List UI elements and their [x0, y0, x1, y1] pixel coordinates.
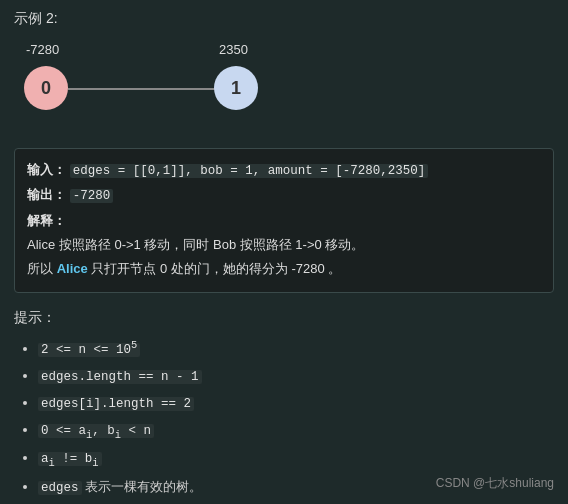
graph-edge	[68, 88, 220, 90]
list-item: 1 <= bob < n	[38, 501, 554, 504]
graph-area: -7280 2350 0 1	[14, 38, 554, 138]
page-container: 示例 2: -7280 2350 0 1 输入： edges = [[0,1]]…	[0, 0, 568, 504]
list-item: 0 <= ai, bi < n	[38, 417, 554, 445]
input-label: 输入：	[27, 162, 66, 177]
graph-node-0: 0	[24, 66, 68, 110]
node1-value-label: 2350	[219, 42, 248, 57]
list-item: edges.length == n - 1	[38, 363, 554, 390]
graph-node-1: 1	[214, 66, 258, 110]
input-value: edges = [[0,1]], bob = 1, amount = [-728…	[70, 164, 429, 178]
explain-line1: Alice 按照路径 0->1 移动，同时 Bob 按照路径 1->0 移动。	[27, 234, 541, 256]
list-item: ai != bi	[38, 445, 554, 473]
section-title: 示例 2:	[14, 10, 554, 28]
watermark: CSDN @七水shuliang	[436, 475, 554, 492]
output-line: 输出： -7280	[27, 184, 541, 207]
list-item: edges[i].length == 2	[38, 390, 554, 417]
input-line: 输入： edges = [[0,1]], bob = 1, amount = […	[27, 159, 541, 182]
alice-text: Alice	[57, 261, 88, 276]
explain-line2: 所以 Alice 只打开节点 0 处的门，她的得分为 -7280 。	[27, 258, 541, 280]
explain-label: 解释：	[27, 213, 66, 228]
output-value: -7280	[70, 189, 114, 203]
info-box: 输入： edges = [[0,1]], bob = 1, amount = […	[14, 148, 554, 293]
explain-label-line: 解释：	[27, 210, 541, 232]
output-label: 输出：	[27, 187, 66, 202]
list-item: 2 <= n <= 105	[38, 335, 554, 363]
hint-title: 提示：	[14, 309, 554, 327]
node0-value-label: -7280	[26, 42, 59, 57]
